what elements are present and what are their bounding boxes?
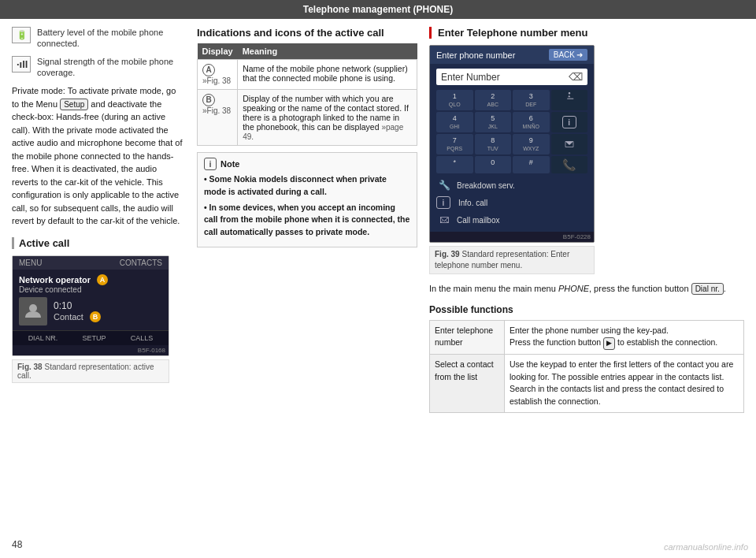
ps-delete-btn[interactable]: ⌫: [569, 71, 583, 83]
battery-row: 🔋 Battery level of the mobile phone conn…: [12, 27, 185, 50]
ac-avatar: [19, 297, 47, 326]
key-7[interactable]: 7PQRS: [436, 134, 473, 154]
ac-device-label: Device connected: [19, 285, 162, 294]
note-text: • Some Nokia models disconnect when priv…: [204, 173, 410, 239]
ac-info: 0:10 Contact B: [54, 300, 101, 322]
info-call-icon: i: [436, 196, 450, 209]
ps-header-label: Enter phone number: [436, 50, 515, 60]
left-col: 🔋 Battery level of the mobile phone conn…: [12, 27, 185, 413]
ps-number-label: Enter Number: [441, 72, 500, 83]
func-col1-2: Select a contact from the list: [430, 354, 505, 412]
main-text-2: , press the function button: [589, 284, 691, 293]
watermark: carmanualsonline.info: [664, 542, 748, 552]
key-5[interactable]: 5JKL: [475, 112, 512, 132]
note-box: i Note • Some Nokia models disconnect wh…: [197, 152, 417, 247]
ps-back-btn[interactable]: BACK ➜: [549, 49, 587, 61]
ac-timer: 0:10: [54, 300, 101, 311]
col-meaning: Meaning: [238, 43, 417, 60]
page-container: Telephone management (PHONE) 🔋 Battery l…: [0, 0, 756, 558]
ac-top-bar: MENU CONTACTS: [13, 256, 169, 270]
key-6[interactable]: 6MNÑO: [513, 112, 550, 132]
fig-ref-a: »Fig. 38: [202, 76, 232, 85]
display-b: B »Fig. 38: [198, 90, 238, 146]
note-item-2: • In some devices, when you accept an in…: [204, 202, 410, 239]
ac-contact-name: Contact: [54, 312, 83, 322]
circle-a: A: [202, 64, 215, 76]
dial-nr-btn: Dial nr.: [691, 283, 724, 295]
fig-ref-b: »Fig. 38: [202, 106, 232, 115]
table-row: B »Fig. 38 Display of the number with wh…: [198, 90, 417, 146]
active-call-screen: MENU CONTACTS Network operator A Device …: [12, 255, 169, 356]
note-label: Note: [220, 159, 239, 169]
meaning-b: Display of the number with which you are…: [238, 90, 417, 146]
key-hash[interactable]: #: [513, 156, 550, 173]
key-phone[interactable]: 📞: [551, 156, 588, 173]
key-1[interactable]: 1QLO: [436, 90, 473, 110]
ac-body: Network operator A Device connected 0:10…: [13, 270, 169, 330]
keypad-grid: 1QLO 2ABC 3DEF 4GHI 5JKL 6MNÑO i 7PQRS: [436, 90, 587, 173]
icon-table: Display Meaning A »Fig. 38 Name of: [197, 43, 417, 146]
signal-icon: ·ıll: [12, 56, 31, 73]
fig38-bold: Fig. 38: [17, 363, 43, 371]
possible-functions-title: Possible functions: [429, 304, 744, 315]
ac-bsf: B5F-0168: [13, 345, 169, 355]
ps-back-label: BACK: [554, 50, 575, 59]
info-icon: i: [562, 116, 576, 128]
call-mailbox-label: Call mailbox: [457, 216, 499, 225]
mid-col: Indications and icons of the active call…: [197, 27, 417, 413]
key-star[interactable]: *: [436, 156, 473, 173]
key-call-mailbox[interactable]: [551, 134, 588, 154]
ps-back-arrow: ➜: [576, 50, 583, 59]
fig39-caption: Fig. 39 Standard representation: Enter t…: [429, 246, 595, 274]
ac-menu-label: MENU: [19, 259, 42, 267]
top-bar: Telephone management (PHONE): [0, 0, 756, 19]
ac-calls-btn[interactable]: CALLS: [128, 333, 157, 343]
content-area: 🔋 Battery level of the mobile phone conn…: [0, 19, 756, 421]
setup-button-ref: Setup: [60, 99, 88, 110]
note-item-1: • Some Nokia models disconnect when priv…: [204, 173, 410, 199]
page-number: 48: [12, 539, 22, 550]
note-icon: i: [204, 158, 217, 170]
page-title: Telephone management (PHONE): [303, 4, 453, 15]
table-row: Enter tele­phone num­ber Enter the phone…: [430, 320, 744, 354]
key-9[interactable]: 9WXYZ: [513, 134, 550, 154]
key-breakdown[interactable]: [551, 90, 588, 110]
dial-btn-ref: ▶: [603, 337, 615, 350]
key-4[interactable]: 4GHI: [436, 112, 473, 132]
ac-setup-btn[interactable]: SETUP: [80, 333, 109, 343]
ac-network-label: Network operator: [19, 275, 91, 285]
fig38-caption: Fig. 38 Standard representation: active …: [12, 359, 169, 383]
key-2[interactable]: 2ABC: [475, 90, 512, 110]
ac-dial-btn[interactable]: DIAL NR.: [25, 333, 61, 343]
ps-number-row: Enter Number ⌫: [436, 69, 587, 85]
signal-symbol: ·ıll: [17, 58, 28, 70]
key-8[interactable]: 8TUV: [475, 134, 512, 154]
ps-bsf: B5F-0228: [430, 232, 594, 242]
right-col: Enter Telephone number menu Enter phone …: [429, 27, 744, 413]
breakdown-icon: 🔧: [436, 180, 452, 191]
func-breakdown: 🔧 Breakdown serv.: [436, 178, 587, 192]
display-a: A »Fig. 38: [198, 60, 238, 90]
key-0[interactable]: 0: [475, 156, 512, 173]
signal-desc: Signal strength of the mobile phone cove…: [37, 56, 185, 79]
ac-contacts-label: CONTACTS: [120, 259, 162, 267]
func-col1-1: Enter tele­phone num­ber: [430, 320, 505, 354]
meaning-a-text: Name of the mobile phone network (suppli…: [243, 64, 408, 83]
battery-symbol: 🔋: [17, 30, 28, 39]
key-info[interactable]: i: [551, 112, 588, 132]
func-table: Enter tele­phone num­ber Enter the phone…: [429, 320, 744, 413]
fig39-bold: Fig. 39: [435, 250, 460, 259]
ps-header: Enter phone number BACK ➜: [430, 46, 594, 64]
main-text: In the main menu the main menu PHONE, pr…: [429, 282, 744, 296]
key-3[interactable]: 3DEF: [513, 90, 550, 110]
battery-desc: Battery level of the mobile phone connec…: [37, 27, 185, 50]
main-text-3: .: [724, 284, 726, 293]
call-mailbox-icon: 🖂: [436, 214, 452, 225]
note-title: i Note: [204, 158, 410, 170]
circle-b: B: [202, 94, 215, 106]
active-call-header: Active call: [12, 237, 185, 249]
ac-contact-row: 0:10 Contact B: [19, 297, 162, 326]
ps-body: Enter Number ⌫ 1QLO 2ABC 3DEF 4GHI 5JKL …: [430, 64, 594, 232]
phone-label: PHONE: [558, 284, 589, 293]
breakdown-label: Breakdown serv.: [457, 181, 515, 190]
